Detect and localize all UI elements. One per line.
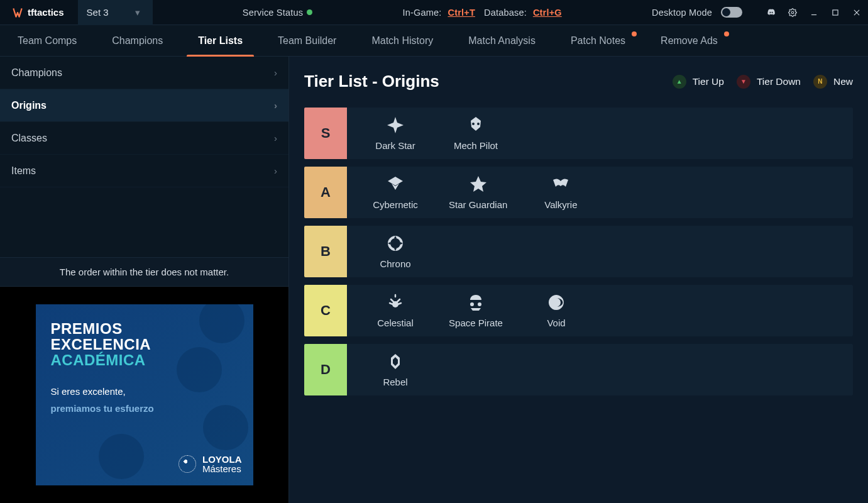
origin-label: Space Pirate (449, 318, 503, 328)
nav-champions[interactable]: Champions (94, 25, 180, 56)
chevron-down-icon: ▾ (135, 7, 140, 18)
origin-cybernetic[interactable]: Cybernetic (368, 175, 422, 210)
origin-label: Celestial (377, 318, 414, 328)
discord-icon[interactable] (766, 8, 776, 18)
ad-brand: LOYOLAMásteres (179, 455, 242, 475)
minimize-icon[interactable] (809, 8, 819, 18)
nav-label: Match History (371, 35, 433, 47)
app-logo[interactable]: tftactics (6, 6, 69, 19)
chevron-right-icon: › (274, 133, 277, 143)
pirate-icon (466, 293, 485, 314)
chevron-right-icon: › (274, 67, 277, 78)
origin-star-guardian[interactable]: Star Guardian (449, 175, 507, 210)
ad-container[interactable]: PREMIOS EXCELENCIA ACADÉMICA Si eres exc… (0, 287, 288, 503)
notification-dot-icon (632, 31, 637, 36)
tier-rank-label: D (304, 344, 347, 395)
ingame-shortcut-label: In-Game: (402, 8, 441, 18)
sidebar-item-label: Origins (11, 100, 47, 111)
tier-rank-label: C (304, 285, 347, 336)
origin-celestial[interactable]: Celestial (368, 293, 422, 328)
legend-tier-up: ▲Tier Up (673, 75, 724, 89)
sidebar-note: The order within the tier does not matte… (0, 257, 288, 287)
app-name: tftactics (28, 7, 64, 18)
titlebar: tftactics Set 3 ▾ Service Status In-Game… (0, 0, 868, 25)
sidebar-item-origins[interactable]: Origins› (0, 89, 288, 122)
desktop-mode-label: Desktop Mode (652, 8, 712, 18)
origin-space-pirate[interactable]: Space Pirate (449, 293, 503, 328)
chevron-right-icon: › (274, 165, 277, 176)
ingame-shortcut[interactable]: In-Game: Ctrl+T (402, 8, 475, 18)
set-selector[interactable]: Set 3 ▾ (78, 0, 153, 25)
chevron-right-icon: › (274, 100, 277, 111)
ingame-shortcut-key: Ctrl+T (448, 8, 475, 18)
tier-rank-label: S (304, 108, 347, 159)
legend-tier-down: ▼Tier Down (737, 75, 801, 89)
origin-label: Valkyrie (544, 199, 577, 210)
nav-tier-lists[interactable]: Tier Lists (180, 25, 260, 56)
tier-row-s: SDark StarMech Pilot (304, 108, 853, 159)
notification-dot-icon (724, 31, 729, 36)
nav-match-analysis[interactable]: Match Analysis (451, 25, 553, 56)
darkstar-icon (386, 116, 405, 136)
settings-icon[interactable] (788, 8, 798, 18)
tier-row-a: ACyberneticStar GuardianValkyrie (304, 167, 853, 218)
page-title: Tier List - Origins (304, 72, 439, 91)
tier-items: Chrono (347, 226, 853, 277)
rebel-icon (386, 352, 405, 373)
svg-point-5 (392, 301, 398, 307)
sidebar-item-label: Items (11, 165, 36, 177)
origin-void[interactable]: Void (529, 293, 583, 328)
valkyrie-icon (551, 175, 570, 196)
origin-label: Mech Pilot (454, 140, 498, 151)
database-shortcut-label: Database: (484, 8, 527, 18)
status-dot-icon (307, 9, 312, 15)
content: Tier List - Origins ▲Tier Up ▼Tier Down … (289, 57, 868, 503)
tier-row-b: BChrono (304, 226, 853, 277)
cyber-icon (386, 175, 405, 196)
database-shortcut-key: Ctrl+G (533, 8, 562, 18)
maximize-icon[interactable] (830, 8, 840, 18)
nav-label: Champions (112, 35, 163, 47)
nav-label: Patch Notes (571, 35, 625, 47)
tier-rank-label: B (304, 226, 347, 277)
close-icon[interactable] (852, 8, 862, 18)
origin-rebel[interactable]: Rebel (368, 352, 422, 387)
svg-rect-2 (833, 9, 838, 14)
sidebar-item-items[interactable]: Items› (0, 155, 288, 187)
nav-team-comps[interactable]: Team Comps (0, 25, 94, 56)
origin-label: Cybernetic (373, 199, 418, 210)
logo-icon (11, 6, 24, 19)
nav-label: Match Analysis (468, 35, 536, 47)
tier-up-icon: ▲ (673, 75, 686, 89)
origin-label: Void (547, 318, 565, 328)
nav-remove-ads[interactable]: Remove Ads (643, 25, 735, 56)
service-status[interactable]: Service Status (243, 8, 312, 18)
tier-items: CelestialSpace PirateVoid (347, 285, 853, 336)
nav-label: Team Comps (18, 35, 77, 47)
celestial-icon (386, 293, 405, 314)
main-nav: Team CompsChampionsTier ListsTeam Builde… (0, 25, 868, 57)
starguardian-icon (469, 175, 488, 196)
origin-dark-star[interactable]: Dark Star (368, 116, 422, 151)
sidebar-item-champions[interactable]: Champions› (0, 57, 288, 89)
origin-chrono[interactable]: Chrono (368, 234, 422, 269)
origin-valkyrie[interactable]: Valkyrie (534, 175, 588, 210)
origin-label: Star Guardian (449, 199, 507, 210)
desktop-mode-toggle[interactable]: Desktop Mode (652, 7, 742, 18)
nav-match-history[interactable]: Match History (354, 25, 451, 56)
new-icon: N (813, 75, 827, 89)
tier-rank-label: A (304, 167, 347, 218)
nav-patch-notes[interactable]: Patch Notes (553, 25, 643, 56)
database-shortcut[interactable]: Database: Ctrl+G (484, 8, 562, 18)
nav-team-builder[interactable]: Team Builder (260, 25, 354, 56)
sidebar-item-classes[interactable]: Classes› (0, 122, 288, 155)
tier-items: Dark StarMech Pilot (347, 108, 853, 159)
origin-label: Chrono (380, 258, 410, 269)
tier-row-c: CCelestialSpace PirateVoid (304, 285, 853, 336)
desktop-mode-switch[interactable] (721, 7, 742, 18)
void-icon (547, 293, 566, 314)
sidebar-item-label: Classes (11, 133, 47, 144)
origin-label: Dark Star (375, 140, 415, 151)
origin-mech-pilot[interactable]: Mech Pilot (449, 116, 503, 151)
legend-new: NNew (813, 75, 853, 89)
